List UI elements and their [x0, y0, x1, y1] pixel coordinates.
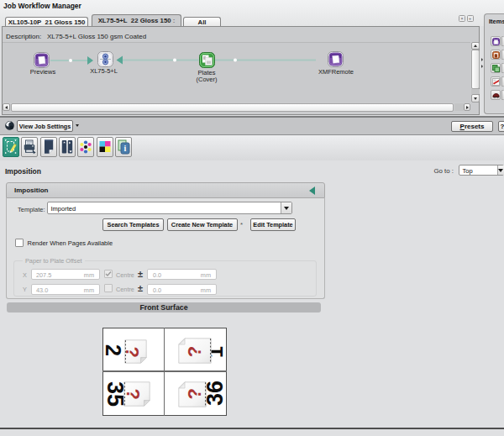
svg-text:?: ?: [124, 346, 143, 357]
svg-text:?: ?: [184, 388, 205, 399]
svg-text:?: ?: [123, 388, 144, 399]
svg-text:?: ?: [184, 345, 205, 356]
svg-text:i: i: [123, 144, 126, 153]
